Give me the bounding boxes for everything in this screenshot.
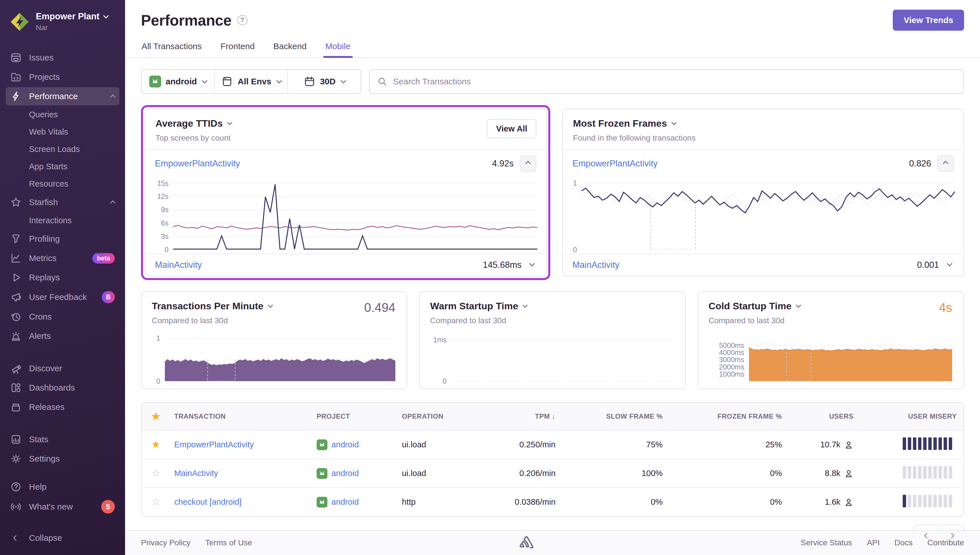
sidebar-item-interactions[interactable]: Interactions	[6, 212, 119, 229]
star-icon	[10, 197, 22, 208]
filter-all-envs-dropdown[interactable]: All Envs	[214, 70, 288, 93]
frozen-frames-title-dropdown[interactable]: Most Frozen Frames	[573, 118, 953, 129]
sidebar-collapse-button[interactable]: Collapse	[6, 529, 119, 547]
view-trends-button[interactable]: View Trends	[893, 10, 964, 30]
transaction-link[interactable]: EmpowerPlantActivity	[155, 159, 240, 169]
sidebar-item-app-starts[interactable]: App Starts	[6, 159, 119, 175]
footer-link-docs[interactable]: Docs	[895, 538, 913, 547]
column-header-project[interactable]: PROJECT	[310, 403, 395, 430]
releases-icon	[10, 401, 22, 413]
sidebar-item-starfish[interactable]: Starfish	[6, 193, 119, 211]
sidebar-item-label: Crons	[29, 312, 52, 321]
column-header-frozen[interactable]: FROZEN FRAME %	[670, 403, 789, 430]
footer-link-api[interactable]: API	[867, 538, 880, 547]
star-icon[interactable]: ★	[151, 411, 161, 422]
transaction-link[interactable]: EmpowerPlantActivity	[572, 159, 658, 169]
sidebar-item-screen-loads[interactable]: Screen Loads	[6, 141, 119, 157]
sidebar-item-alerts[interactable]: Alerts	[6, 327, 119, 345]
collapse-toggle-button[interactable]	[520, 156, 536, 172]
expand-toggle[interactable]	[528, 263, 536, 268]
lightning-icon	[10, 91, 22, 102]
avg-ttids-title-dropdown[interactable]: Average TTIDs	[156, 118, 536, 129]
footer-link-terms-of-use[interactable]: Terms of Use	[205, 538, 252, 547]
column-header-transaction[interactable]: TRANSACTION	[167, 403, 310, 430]
sidebar-item-dashboards[interactable]: Dashboards	[6, 379, 119, 397]
tpm-title-dropdown[interactable]: Transactions Per Minute	[152, 300, 397, 311]
org-project: Nar	[36, 23, 108, 32]
sidebar-item-releases[interactable]: Releases	[6, 398, 119, 416]
column-header-misery[interactable]: USER MISERY	[860, 403, 964, 430]
sidebar-item-web-vitals[interactable]: Web Vitals	[6, 124, 119, 140]
sidebar-item-profiling[interactable]: Profiling	[6, 230, 119, 248]
transaction-link[interactable]: checkout [android]	[174, 497, 242, 507]
metrics-icon	[10, 252, 22, 264]
frozen-frame-cell: 0%	[670, 459, 789, 488]
sidebar-item-what-s-new[interactable]: What's new5	[6, 497, 119, 517]
sidebar-item-discover[interactable]: Discover	[6, 359, 119, 377]
broadcast-icon	[10, 501, 22, 512]
column-header-slow[interactable]: SLOW FRAME %	[562, 403, 670, 430]
cold-startup-value: 4s	[939, 300, 952, 315]
sidebar-item-projects[interactable]: Projects	[6, 68, 119, 86]
sidebar-item-metrics[interactable]: Metricsbeta	[6, 249, 119, 267]
operation-cell: http	[395, 488, 479, 516]
star-icon[interactable]: ☆	[151, 467, 160, 479]
sidebar-item-label: Screen Loads	[29, 144, 80, 154]
sidebar-item-label: Replays	[29, 273, 60, 282]
transaction-link[interactable]: MainActivity	[572, 260, 619, 270]
org-switcher[interactable]: Empower Plant Nar	[0, 8, 125, 35]
view-all-button[interactable]: View All	[487, 119, 536, 138]
tab-mobile[interactable]: Mobile	[325, 37, 351, 58]
tpm-cell: 0.0386/min	[479, 488, 562, 516]
footer-link-service-status[interactable]: Service Status	[801, 538, 852, 547]
sidebar-item-queries[interactable]: Queries	[6, 106, 119, 123]
tpm-cell: 0.206/min	[479, 459, 562, 488]
transaction-link[interactable]: EmpowerPlantActivity	[174, 440, 254, 449]
filter-30d-dropdown[interactable]: 30D	[288, 70, 361, 93]
column-header-users[interactable]: USERS	[789, 403, 860, 430]
replays-icon	[10, 272, 22, 283]
chevron-down-icon	[103, 13, 109, 18]
users-cell: 10.7k	[789, 430, 860, 459]
tpm-chart: 10	[150, 335, 395, 381]
sidebar-item-user-feedback[interactable]: User FeedbackB	[6, 288, 119, 306]
tpm-subtitle: Compared to last 30d	[152, 316, 397, 325]
sidebar-item-help[interactable]: Help	[6, 478, 119, 496]
column-header-tpm[interactable]: TPM ↓	[479, 403, 562, 430]
sidebar-item-replays[interactable]: Replays	[6, 268, 119, 287]
frozen-frame-cell: 0%	[670, 488, 789, 516]
column-header-operation[interactable]: OPERATION	[395, 403, 479, 430]
cold-startup-title-dropdown[interactable]: Cold Startup Time	[708, 300, 953, 311]
tab-all-transactions[interactable]: All Transactions	[141, 37, 202, 58]
project-link[interactable]: android	[331, 497, 359, 507]
user-icon	[844, 440, 853, 450]
user-misery-cell	[860, 430, 964, 459]
android-icon	[316, 497, 328, 508]
star-icon[interactable]: ☆	[151, 496, 160, 508]
discover-icon	[10, 363, 22, 374]
project-link[interactable]: android	[331, 440, 359, 449]
warm-startup-title-dropdown[interactable]: Warm Startup Time	[430, 300, 675, 311]
filter-android-dropdown[interactable]: android	[141, 70, 214, 93]
sidebar-item-settings[interactable]: Settings	[6, 450, 119, 468]
transaction-link[interactable]: MainActivity	[174, 468, 218, 478]
sidebar-item-resources[interactable]: Resources	[6, 176, 119, 192]
tab-frontend[interactable]: Frontend	[220, 37, 255, 58]
search-input[interactable]	[393, 77, 956, 87]
sidebar-item-stats[interactable]: Stats	[6, 430, 119, 449]
sidebar-item-crons[interactable]: Crons	[6, 308, 119, 326]
help-icon[interactable]: ?	[237, 15, 247, 25]
transaction-link[interactable]: MainActivity	[155, 260, 202, 270]
collapse-toggle-button[interactable]	[937, 156, 954, 172]
tab-backend[interactable]: Backend	[273, 37, 307, 58]
star-icon[interactable]: ★	[151, 438, 160, 450]
expand-toggle[interactable]	[945, 263, 954, 268]
chevron-down-icon	[522, 303, 527, 308]
sidebar-item-label: Interactions	[29, 216, 72, 225]
tabbar: All TransactionsFrontendBackendMobile	[125, 34, 980, 58]
footer-link-contribute[interactable]: Contribute	[927, 538, 964, 547]
project-link[interactable]: android	[331, 468, 359, 478]
footer-link-privacy-policy[interactable]: Privacy Policy	[141, 538, 190, 547]
sidebar-item-issues[interactable]: Issues	[6, 48, 119, 67]
sidebar-item-performance[interactable]: Performance	[6, 87, 119, 105]
